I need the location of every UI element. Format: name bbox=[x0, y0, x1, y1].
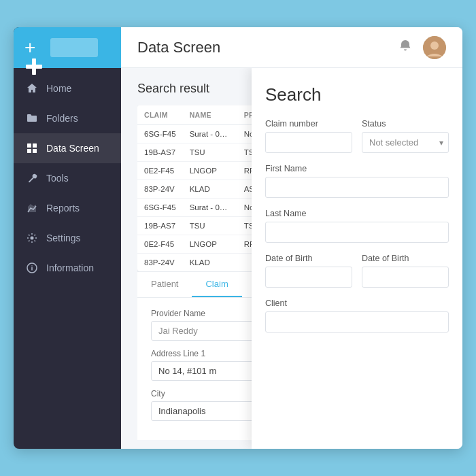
last-name-label: Last Name bbox=[265, 209, 449, 218]
first-name-group: First Name bbox=[265, 164, 449, 198]
sidebar-item-information-label: Information bbox=[46, 262, 94, 273]
table-cell: KLAD bbox=[183, 254, 237, 272]
folders-icon bbox=[26, 112, 38, 124]
sidebar-item-tools[interactable]: Tools bbox=[14, 163, 121, 193]
top-bar-actions bbox=[398, 36, 446, 59]
data-screen-icon bbox=[26, 142, 38, 154]
table-cell: LNGOP bbox=[183, 162, 237, 180]
table-cell: 19B-AS7 bbox=[137, 143, 183, 162]
main-content: Data Screen bbox=[121, 27, 462, 449]
status-label: Status bbox=[362, 119, 449, 129]
table-cell: 19B-AS7 bbox=[137, 217, 183, 235]
table-cell: 83P-24V bbox=[137, 180, 183, 199]
tools-icon bbox=[26, 172, 38, 184]
col-claim: CLAIM bbox=[137, 105, 183, 125]
table-cell: TSU bbox=[183, 143, 237, 162]
sidebar-item-settings-label: Settings bbox=[46, 233, 81, 243]
page-title: Data Screen bbox=[137, 39, 220, 56]
table-cell: 0E2-F45 bbox=[137, 162, 183, 180]
claim-number-group: Claim number bbox=[265, 119, 352, 153]
svg-rect-3 bbox=[33, 143, 37, 148]
svg-rect-4 bbox=[27, 149, 31, 153]
app-container: Home Folders bbox=[14, 27, 462, 449]
sidebar-item-folders[interactable]: Folders bbox=[14, 103, 121, 133]
first-name-row: First Name bbox=[265, 164, 449, 198]
table-cell: 6SG-F45 bbox=[137, 125, 183, 143]
logo-text-block bbox=[50, 38, 98, 57]
dob2-label: Date of Birth bbox=[362, 254, 449, 263]
home-icon bbox=[26, 82, 38, 95]
sidebar-item-tools-label: Tools bbox=[46, 173, 69, 184]
svg-rect-1 bbox=[26, 65, 42, 69]
first-name-input[interactable] bbox=[265, 177, 449, 198]
dob-row: Date of Birth Date of Birth bbox=[265, 254, 449, 288]
table-cell: 83P-24V bbox=[137, 254, 183, 272]
dob2-input[interactable] bbox=[362, 267, 449, 288]
sidebar-item-data-screen-label: Data Screen bbox=[46, 143, 99, 154]
sidebar-item-reports-label: Reports bbox=[46, 203, 80, 214]
content-body: Search result CLAIM NAME PROVIDER PATIEN… bbox=[121, 68, 462, 449]
status-group: Status Not selected Active Inactive Pend… bbox=[362, 119, 449, 153]
table-cell: LNGOP bbox=[183, 235, 237, 254]
search-panel-title: Search bbox=[265, 84, 449, 105]
table-cell: KLAD bbox=[183, 180, 237, 199]
status-select[interactable]: Not selected Active Inactive Pending bbox=[362, 132, 449, 153]
last-name-row: Last Name bbox=[265, 209, 449, 243]
table-cell: 6SG-F45 bbox=[137, 199, 183, 217]
col-name: NAME bbox=[183, 105, 237, 125]
information-icon bbox=[26, 262, 38, 274]
settings-icon bbox=[26, 232, 38, 244]
table-cell: 0E2-F45 bbox=[137, 235, 183, 254]
dob1-label: Date of Birth bbox=[265, 254, 352, 263]
svg-point-6 bbox=[31, 237, 34, 240]
client-input[interactable] bbox=[265, 311, 449, 333]
svg-rect-2 bbox=[27, 143, 31, 148]
logo-plus-icon bbox=[24, 38, 44, 57]
avatar bbox=[423, 36, 446, 59]
claim-number-label: Claim number bbox=[265, 119, 352, 129]
bell-icon[interactable] bbox=[398, 39, 412, 56]
first-name-label: First Name bbox=[265, 164, 449, 173]
client-row: Client bbox=[265, 299, 449, 333]
sidebar-item-home[interactable]: Home bbox=[14, 73, 121, 103]
tab-patient[interactable]: Patient bbox=[137, 272, 192, 297]
claim-status-row: Claim number Status Not selected Active … bbox=[265, 119, 449, 153]
dob1-input[interactable] bbox=[265, 267, 352, 288]
last-name-group: Last Name bbox=[265, 209, 449, 243]
table-cell: Surat - 0731 bbox=[183, 125, 237, 143]
sidebar-navigation: Home Folders bbox=[14, 68, 121, 283]
search-panel: Search Claim number Status Not selected … bbox=[252, 68, 462, 449]
svg-point-11 bbox=[430, 41, 439, 50]
sidebar-item-settings[interactable]: Settings bbox=[14, 223, 121, 253]
table-cell: TSU bbox=[183, 217, 237, 235]
sidebar-logo bbox=[14, 27, 121, 68]
sidebar-item-information[interactable]: Information bbox=[14, 253, 121, 283]
svg-rect-5 bbox=[33, 149, 37, 153]
sidebar: Home Folders bbox=[14, 27, 121, 449]
tab-claim[interactable]: Claim bbox=[192, 272, 241, 297]
last-name-input[interactable] bbox=[265, 222, 449, 243]
dob2-group: Date of Birth bbox=[362, 254, 449, 288]
client-group: Client bbox=[265, 299, 449, 333]
claim-number-input[interactable] bbox=[265, 132, 352, 153]
top-bar: Data Screen bbox=[121, 27, 462, 68]
svg-point-9 bbox=[31, 265, 33, 267]
reports-icon bbox=[26, 202, 38, 214]
client-label: Client bbox=[265, 299, 449, 308]
table-cell: Surat - 0731 bbox=[183, 199, 237, 217]
status-select-wrapper: Not selected Active Inactive Pending ▾ bbox=[362, 132, 449, 153]
sidebar-item-folders-label: Folders bbox=[46, 113, 78, 124]
sidebar-item-data-screen[interactable]: Data Screen bbox=[14, 133, 121, 163]
dob1-group: Date of Birth bbox=[265, 254, 352, 288]
sidebar-item-reports[interactable]: Reports bbox=[14, 193, 121, 223]
sidebar-item-home-label: Home bbox=[46, 83, 71, 94]
